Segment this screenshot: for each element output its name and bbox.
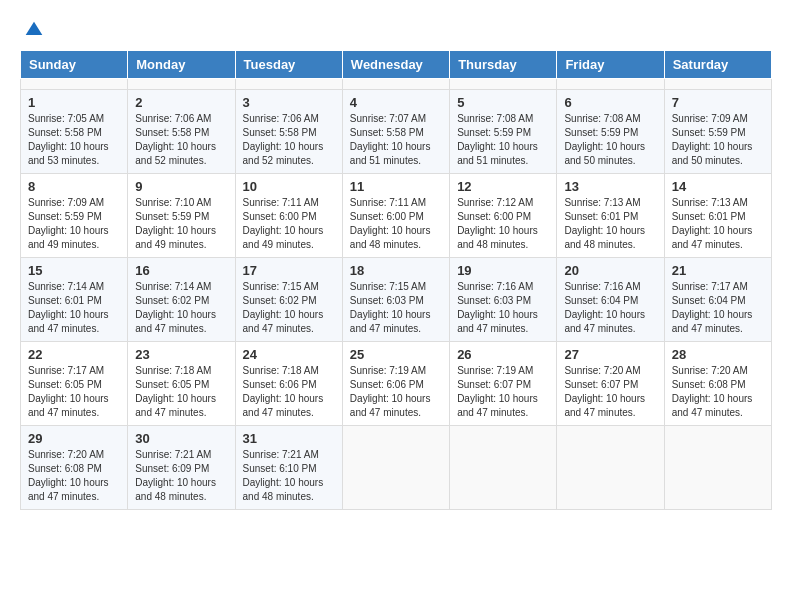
cell-info: Sunrise: 7:20 AMSunset: 6:07 PMDaylight:…	[564, 365, 645, 418]
cell-info: Sunrise: 7:20 AMSunset: 6:08 PMDaylight:…	[28, 449, 109, 502]
calendar-day-header: Thursday	[450, 51, 557, 79]
calendar-cell	[664, 79, 771, 90]
cell-info: Sunrise: 7:19 AMSunset: 6:07 PMDaylight:…	[457, 365, 538, 418]
calendar-cell: 17Sunrise: 7:15 AMSunset: 6:02 PMDayligh…	[235, 258, 342, 342]
calendar-cell: 28Sunrise: 7:20 AMSunset: 6:08 PMDayligh…	[664, 342, 771, 426]
cell-info: Sunrise: 7:14 AMSunset: 6:02 PMDaylight:…	[135, 281, 216, 334]
cell-info: Sunrise: 7:08 AMSunset: 5:59 PMDaylight:…	[457, 113, 538, 166]
cell-info: Sunrise: 7:05 AMSunset: 5:58 PMDaylight:…	[28, 113, 109, 166]
cell-info: Sunrise: 7:17 AMSunset: 6:04 PMDaylight:…	[672, 281, 753, 334]
calendar-week-row: 8Sunrise: 7:09 AMSunset: 5:59 PMDaylight…	[21, 174, 772, 258]
day-number: 27	[564, 347, 656, 362]
cell-info: Sunrise: 7:19 AMSunset: 6:06 PMDaylight:…	[350, 365, 431, 418]
calendar-week-row: 22Sunrise: 7:17 AMSunset: 6:05 PMDayligh…	[21, 342, 772, 426]
cell-info: Sunrise: 7:13 AMSunset: 6:01 PMDaylight:…	[564, 197, 645, 250]
cell-info: Sunrise: 7:06 AMSunset: 5:58 PMDaylight:…	[243, 113, 324, 166]
calendar-cell: 12Sunrise: 7:12 AMSunset: 6:00 PMDayligh…	[450, 174, 557, 258]
day-number: 6	[564, 95, 656, 110]
calendar-week-row: 29Sunrise: 7:20 AMSunset: 6:08 PMDayligh…	[21, 426, 772, 510]
day-number: 26	[457, 347, 549, 362]
calendar-cell: 22Sunrise: 7:17 AMSunset: 6:05 PMDayligh…	[21, 342, 128, 426]
cell-info: Sunrise: 7:16 AMSunset: 6:03 PMDaylight:…	[457, 281, 538, 334]
calendar-cell: 4Sunrise: 7:07 AMSunset: 5:58 PMDaylight…	[342, 90, 449, 174]
day-number: 21	[672, 263, 764, 278]
calendar-day-header: Tuesday	[235, 51, 342, 79]
cell-info: Sunrise: 7:21 AMSunset: 6:10 PMDaylight:…	[243, 449, 324, 502]
calendar-cell	[450, 426, 557, 510]
day-number: 12	[457, 179, 549, 194]
calendar-cell	[557, 426, 664, 510]
day-number: 17	[243, 263, 335, 278]
day-number: 10	[243, 179, 335, 194]
calendar-cell: 14Sunrise: 7:13 AMSunset: 6:01 PMDayligh…	[664, 174, 771, 258]
cell-info: Sunrise: 7:11 AMSunset: 6:00 PMDaylight:…	[350, 197, 431, 250]
cell-info: Sunrise: 7:15 AMSunset: 6:03 PMDaylight:…	[350, 281, 431, 334]
day-number: 8	[28, 179, 120, 194]
calendar-day-header: Sunday	[21, 51, 128, 79]
calendar-cell	[342, 426, 449, 510]
calendar-cell	[128, 79, 235, 90]
day-number: 16	[135, 263, 227, 278]
cell-info: Sunrise: 7:20 AMSunset: 6:08 PMDaylight:…	[672, 365, 753, 418]
calendar-cell: 3Sunrise: 7:06 AMSunset: 5:58 PMDaylight…	[235, 90, 342, 174]
calendar-cell	[557, 79, 664, 90]
calendar-cell: 8Sunrise: 7:09 AMSunset: 5:59 PMDaylight…	[21, 174, 128, 258]
calendar-cell: 27Sunrise: 7:20 AMSunset: 6:07 PMDayligh…	[557, 342, 664, 426]
calendar-week-row: 15Sunrise: 7:14 AMSunset: 6:01 PMDayligh…	[21, 258, 772, 342]
cell-info: Sunrise: 7:09 AMSunset: 5:59 PMDaylight:…	[672, 113, 753, 166]
day-number: 14	[672, 179, 764, 194]
cell-info: Sunrise: 7:13 AMSunset: 6:01 PMDaylight:…	[672, 197, 753, 250]
calendar-cell: 5Sunrise: 7:08 AMSunset: 5:59 PMDaylight…	[450, 90, 557, 174]
day-number: 31	[243, 431, 335, 446]
calendar-cell: 18Sunrise: 7:15 AMSunset: 6:03 PMDayligh…	[342, 258, 449, 342]
calendar-day-header: Saturday	[664, 51, 771, 79]
cell-info: Sunrise: 7:16 AMSunset: 6:04 PMDaylight:…	[564, 281, 645, 334]
calendar-week-row: 1Sunrise: 7:05 AMSunset: 5:58 PMDaylight…	[21, 90, 772, 174]
calendar-day-header: Monday	[128, 51, 235, 79]
day-number: 1	[28, 95, 120, 110]
calendar-day-header: Wednesday	[342, 51, 449, 79]
calendar-cell: 24Sunrise: 7:18 AMSunset: 6:06 PMDayligh…	[235, 342, 342, 426]
calendar-cell: 25Sunrise: 7:19 AMSunset: 6:06 PMDayligh…	[342, 342, 449, 426]
calendar-cell	[21, 79, 128, 90]
day-number: 22	[28, 347, 120, 362]
cell-info: Sunrise: 7:18 AMSunset: 6:05 PMDaylight:…	[135, 365, 216, 418]
day-number: 18	[350, 263, 442, 278]
page-header	[20, 20, 772, 40]
day-number: 2	[135, 95, 227, 110]
calendar-table: SundayMondayTuesdayWednesdayThursdayFrid…	[20, 50, 772, 510]
day-number: 30	[135, 431, 227, 446]
calendar-cell: 31Sunrise: 7:21 AMSunset: 6:10 PMDayligh…	[235, 426, 342, 510]
calendar-cell: 7Sunrise: 7:09 AMSunset: 5:59 PMDaylight…	[664, 90, 771, 174]
calendar-cell	[342, 79, 449, 90]
calendar-cell: 9Sunrise: 7:10 AMSunset: 5:59 PMDaylight…	[128, 174, 235, 258]
calendar-cell: 13Sunrise: 7:13 AMSunset: 6:01 PMDayligh…	[557, 174, 664, 258]
day-number: 9	[135, 179, 227, 194]
calendar-cell: 16Sunrise: 7:14 AMSunset: 6:02 PMDayligh…	[128, 258, 235, 342]
day-number: 23	[135, 347, 227, 362]
calendar-cell: 15Sunrise: 7:14 AMSunset: 6:01 PMDayligh…	[21, 258, 128, 342]
calendar-cell: 6Sunrise: 7:08 AMSunset: 5:59 PMDaylight…	[557, 90, 664, 174]
cell-info: Sunrise: 7:06 AMSunset: 5:58 PMDaylight:…	[135, 113, 216, 166]
day-number: 29	[28, 431, 120, 446]
day-number: 5	[457, 95, 549, 110]
day-number: 13	[564, 179, 656, 194]
calendar-header-row: SundayMondayTuesdayWednesdayThursdayFrid…	[21, 51, 772, 79]
calendar-cell: 21Sunrise: 7:17 AMSunset: 6:04 PMDayligh…	[664, 258, 771, 342]
calendar-cell	[235, 79, 342, 90]
day-number: 25	[350, 347, 442, 362]
calendar-cell: 10Sunrise: 7:11 AMSunset: 6:00 PMDayligh…	[235, 174, 342, 258]
day-number: 24	[243, 347, 335, 362]
cell-info: Sunrise: 7:17 AMSunset: 6:05 PMDaylight:…	[28, 365, 109, 418]
calendar-cell: 30Sunrise: 7:21 AMSunset: 6:09 PMDayligh…	[128, 426, 235, 510]
calendar-cell: 29Sunrise: 7:20 AMSunset: 6:08 PMDayligh…	[21, 426, 128, 510]
cell-info: Sunrise: 7:12 AMSunset: 6:00 PMDaylight:…	[457, 197, 538, 250]
day-number: 15	[28, 263, 120, 278]
day-number: 4	[350, 95, 442, 110]
cell-info: Sunrise: 7:21 AMSunset: 6:09 PMDaylight:…	[135, 449, 216, 502]
calendar-week-row	[21, 79, 772, 90]
day-number: 7	[672, 95, 764, 110]
calendar-cell: 26Sunrise: 7:19 AMSunset: 6:07 PMDayligh…	[450, 342, 557, 426]
cell-info: Sunrise: 7:07 AMSunset: 5:58 PMDaylight:…	[350, 113, 431, 166]
calendar-day-header: Friday	[557, 51, 664, 79]
